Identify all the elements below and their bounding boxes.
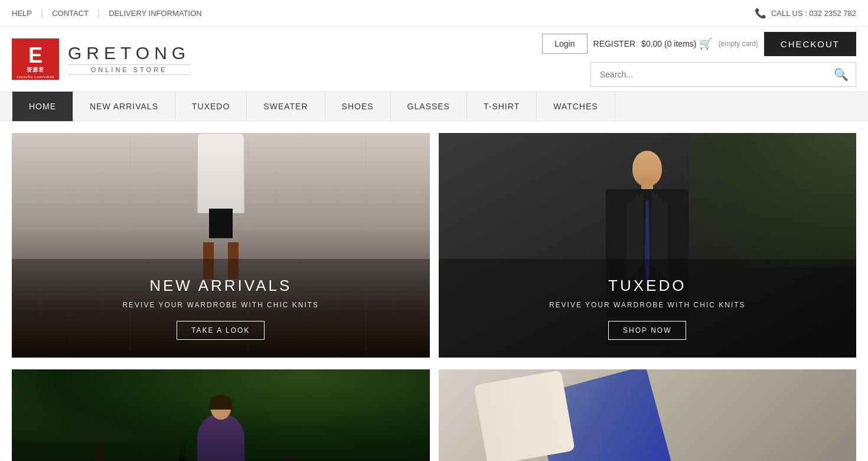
hero-section: NEW ARRIVALS REVIVE YOUR WARDROBE WITH C… <box>0 121 868 369</box>
top-bar-links: HELP | CONTACT | DELIVERY INFORMATION <box>12 8 202 18</box>
coat <box>197 133 244 213</box>
logo-sub: 资源君 <box>27 66 44 74</box>
nav-item-new-arrivals[interactable]: NEW ARRIVALS <box>73 92 175 121</box>
top-bar-phone: 📞 CALL US : 032 2352 782 <box>755 8 856 19</box>
jeans-figure <box>439 369 857 461</box>
nav-item-tuxedo[interactable]: TUXEDO <box>175 92 247 121</box>
brand-tagline: ONLINE STORE <box>68 64 190 75</box>
arrivals-cta[interactable]: TAKE A LOOK <box>177 321 265 340</box>
tuxedo-foliage <box>689 133 856 268</box>
nav-item-glasses[interactable]: GLASSES <box>391 92 467 121</box>
nav-item-tshirt[interactable]: T-SHIRT <box>467 92 537 121</box>
register-link[interactable]: REGISTER <box>593 39 636 48</box>
login-button[interactable]: Login <box>542 34 587 54</box>
sep1: | <box>41 8 43 18</box>
bottom-section <box>0 369 868 461</box>
bottom-card-sweater <box>12 369 430 461</box>
nav-item-home[interactable]: HOME <box>12 92 73 121</box>
cart-icon: 🛒 <box>699 37 712 50</box>
logo-box: E 资源君 eyunzhu.com/vdisk <box>12 38 59 80</box>
search-button[interactable]: 🔍 <box>827 63 856 86</box>
tuxedo-title: TUXEDO <box>456 277 839 295</box>
arrivals-figure <box>177 133 265 279</box>
hero-card-tuxedo: TUXEDO REVIVE YOUR WARDROBE WITH CHIC KN… <box>439 133 857 358</box>
hero-card-arrivals: NEW ARRIVALS REVIVE YOUR WARDROBE WITH C… <box>12 133 430 358</box>
search-icon: 🔍 <box>834 68 849 81</box>
delivery-link[interactable]: DELIVERY INFORMATION <box>109 9 201 18</box>
top-bar: HELP | CONTACT | DELIVERY INFORMATION 📞 … <box>0 0 868 27</box>
brand-name: GRETONG <box>68 43 190 63</box>
logo-url: eyunzhu.com/vdisk <box>17 75 54 79</box>
tuxedo-cta[interactable]: SHOP NOW <box>608 321 686 340</box>
arrivals-overlay: NEW ARRIVALS REVIVE YOUR WARDROBE WITH C… <box>12 259 430 358</box>
logo-letter: E <box>28 45 43 66</box>
phone-icon: 📞 <box>755 8 766 19</box>
header-actions: Login REGISTER $0.00 (0 items) 🛒 (empty … <box>542 32 856 56</box>
brand-name-area: GRETONG ONLINE STORE <box>68 43 190 75</box>
cart-sub: (empty card) <box>718 40 758 48</box>
tuxedo-neck <box>641 178 653 190</box>
bottom-card-shoes <box>439 369 857 461</box>
logo-area: E 资源君 eyunzhu.com/vdisk GRETONG ONLINE S… <box>12 38 190 80</box>
cart-label: $0.00 (0 items) <box>641 39 696 48</box>
person-body <box>197 414 244 461</box>
tights <box>209 209 233 238</box>
header-right: Login REGISTER $0.00 (0 items) 🛒 (empty … <box>542 32 856 87</box>
nav-item-shoes[interactable]: SHOES <box>325 92 391 121</box>
search-input[interactable] <box>591 64 827 85</box>
tuxedo-subtitle: REVIVE YOUR WARDROBE WITH CHIC KNITS <box>456 301 839 309</box>
arrivals-subtitle: REVIVE YOUR WARDROBE WITH CHIC KNITS <box>30 301 412 309</box>
checkout-button[interactable]: CHECKOUT <box>764 32 856 56</box>
nav-item-watches[interactable]: WATCHES <box>537 92 615 121</box>
tuxedo-overlay: TUXEDO REVIVE YOUR WARDROBE WITH CHIC KN… <box>439 259 857 358</box>
header: E 资源君 eyunzhu.com/vdisk GRETONG ONLINE S… <box>0 27 868 92</box>
help-link[interactable]: HELP <box>12 9 32 18</box>
contact-link[interactable]: CONTACT <box>52 9 89 18</box>
cart-area: $0.00 (0 items) 🛒 <box>641 37 712 50</box>
call-label: CALL US : 032 2352 782 <box>771 9 856 18</box>
forest-figure <box>12 369 430 461</box>
nav-item-sweater[interactable]: SWEATER <box>247 92 325 121</box>
sep2: | <box>97 8 100 18</box>
search-bar: 🔍 <box>590 62 856 87</box>
shirt <box>474 370 575 461</box>
person-hair <box>210 395 232 410</box>
main-nav: HOME NEW ARRIVALS TUXEDO SWEATER SHOES G… <box>0 92 868 121</box>
arrivals-title: NEW ARRIVALS <box>30 277 412 295</box>
